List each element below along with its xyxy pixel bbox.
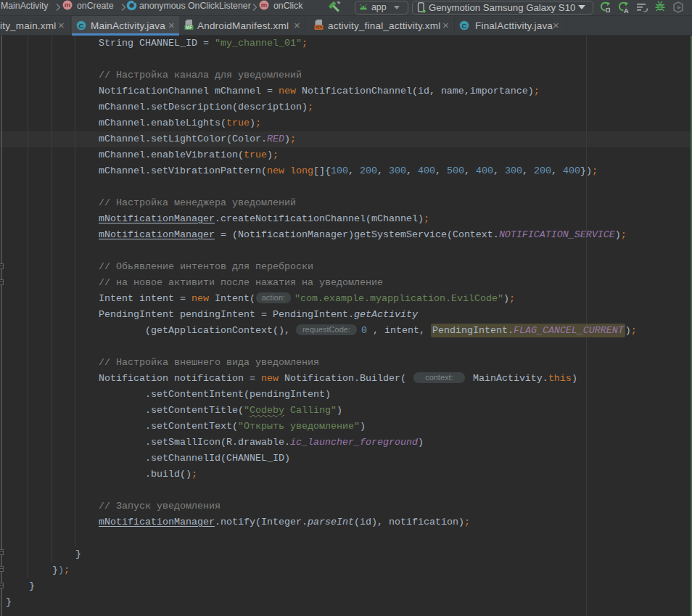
svg-text:C: C — [79, 22, 84, 30]
svg-text:C: C — [462, 22, 467, 30]
svg-text:</>: </> — [316, 25, 323, 30]
svg-text:MF: MF — [186, 25, 192, 30]
svg-text:A: A — [624, 7, 629, 13]
svg-text:m: m — [65, 1, 70, 9]
svg-text:m: m — [261, 1, 267, 9]
